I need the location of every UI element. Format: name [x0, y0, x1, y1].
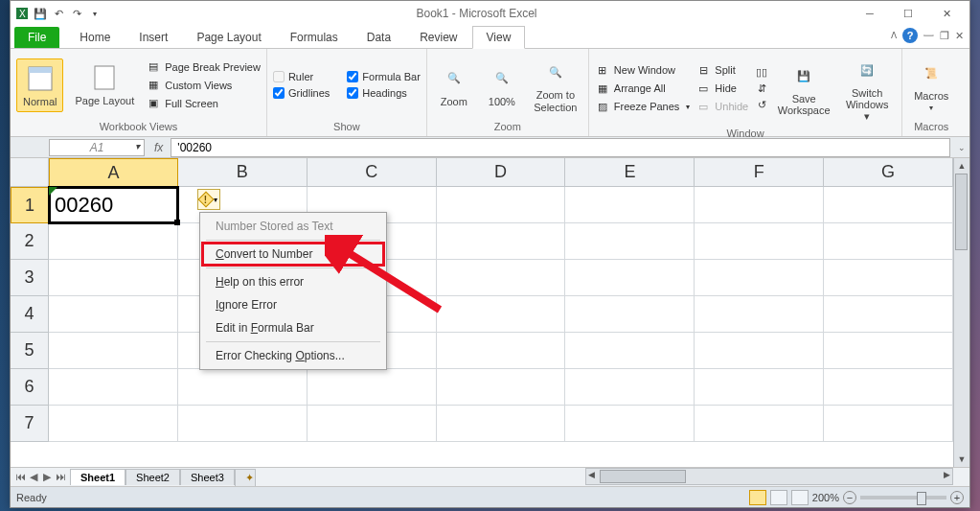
zoom-button[interactable]: 🔍Zoom: [433, 59, 475, 111]
cell[interactable]: [308, 406, 437, 442]
page-break-preview-button[interactable]: ▤Page Break Preview: [146, 59, 261, 75]
cell[interactable]: [437, 223, 566, 260]
sheet-tab-2[interactable]: Sheet2: [125, 469, 180, 485]
col-header-c[interactable]: C: [308, 158, 437, 187]
sheet-nav-last-icon[interactable]: ⏭: [55, 471, 66, 483]
scroll-thumb[interactable]: [955, 174, 968, 250]
cell[interactable]: [565, 369, 695, 406]
doc-minimize-icon[interactable]: ㇐: [923, 29, 934, 43]
freeze-panes-button[interactable]: ▨Freeze Panes▾: [595, 99, 690, 114]
cell[interactable]: [49, 260, 178, 296]
formula-bar-checkbox[interactable]: Formula Bar: [347, 70, 421, 83]
cell[interactable]: [49, 369, 178, 406]
error-smart-tag-button[interactable]: ! ▾: [197, 189, 220, 210]
cell-g1[interactable]: [824, 187, 953, 223]
cell[interactable]: [695, 296, 824, 333]
macros-button[interactable]: 📜Macros▾: [908, 54, 954, 116]
minimize-button[interactable]: ─: [851, 3, 889, 24]
cell[interactable]: [565, 260, 695, 296]
tab-view[interactable]: View: [472, 26, 526, 49]
menu-item-options[interactable]: Error Checking Options...: [202, 344, 384, 367]
tab-home[interactable]: Home: [65, 26, 125, 48]
cell-a1[interactable]: 00260: [49, 187, 178, 223]
col-header-e[interactable]: E: [565, 158, 695, 187]
scroll-down-icon[interactable]: ▼: [954, 452, 969, 467]
save-workspace-button[interactable]: 💾SaveWorkspace: [775, 57, 832, 120]
zoom-100-button[interactable]: 🔍100%: [481, 59, 523, 111]
cell[interactable]: [565, 296, 695, 333]
page-layout-toggle[interactable]: [770, 490, 787, 505]
zoom-level[interactable]: 200%: [812, 492, 839, 503]
reset-position-button[interactable]: ↺: [754, 97, 769, 112]
horizontal-scrollbar[interactable]: ◀ ▶: [585, 468, 953, 485]
ruler-checkbox[interactable]: Ruler: [273, 70, 330, 83]
maximize-button[interactable]: ☐: [889, 3, 927, 24]
cell[interactable]: [824, 406, 953, 442]
cell[interactable]: [49, 296, 178, 333]
cell-d1[interactable]: [437, 187, 566, 223]
tab-data[interactable]: Data: [353, 26, 405, 48]
cell-e1[interactable]: [565, 187, 695, 223]
normal-view-button[interactable]: Normal: [16, 58, 63, 112]
cell[interactable]: [695, 260, 824, 296]
custom-views-button[interactable]: ▦Custom Views: [146, 78, 261, 93]
page-break-toggle[interactable]: [791, 490, 809, 505]
tab-formulas[interactable]: Formulas: [276, 26, 353, 48]
sheet-tab-3[interactable]: Sheet3: [180, 469, 235, 485]
cell[interactable]: [824, 223, 953, 260]
undo-icon[interactable]: ↶: [51, 6, 66, 21]
cell[interactable]: [565, 223, 695, 260]
cell[interactable]: [437, 296, 566, 333]
headings-checkbox[interactable]: Headings: [347, 86, 421, 100]
row-header-1[interactable]: 1: [11, 187, 49, 223]
zoom-selection-button[interactable]: 🔍Zoom to Selection: [529, 53, 582, 116]
cell[interactable]: [308, 369, 437, 406]
zoom-out-button[interactable]: −: [843, 491, 856, 504]
name-box[interactable]: A1: [49, 139, 145, 156]
row-header-6[interactable]: 6: [11, 369, 49, 406]
view-side-by-side-button[interactable]: ▯▯: [754, 64, 769, 80]
cell[interactable]: [437, 260, 566, 296]
cell[interactable]: [695, 333, 824, 369]
arrange-all-button[interactable]: ▦Arrange All: [595, 81, 690, 96]
col-header-b[interactable]: B: [178, 158, 308, 187]
cell[interactable]: [437, 369, 566, 406]
sheet-nav-first-icon[interactable]: ⏮: [14, 471, 26, 483]
tab-review[interactable]: Review: [405, 26, 471, 48]
cell[interactable]: [824, 296, 953, 333]
row-header-7[interactable]: 7: [11, 406, 49, 442]
cell[interactable]: [49, 333, 178, 369]
row-header-5[interactable]: 5: [11, 333, 49, 369]
tab-page-layout[interactable]: Page Layout: [182, 26, 275, 48]
hide-button[interactable]: ▭Hide: [695, 81, 748, 96]
row-header-3[interactable]: 3: [11, 260, 49, 296]
cell[interactable]: [565, 406, 695, 442]
sheet-nav-next-icon[interactable]: ▶: [41, 471, 53, 483]
sync-scroll-button[interactable]: ⇵: [754, 81, 769, 96]
formula-expand-icon[interactable]: ⌄: [954, 143, 969, 152]
select-all-triangle[interactable]: [11, 158, 49, 187]
split-button[interactable]: ⊟Split: [695, 62, 748, 78]
tab-file[interactable]: File: [14, 27, 59, 48]
cell[interactable]: [824, 369, 953, 406]
switch-windows-button[interactable]: 🔄SwitchWindows ▾: [838, 51, 896, 126]
cell[interactable]: [437, 333, 566, 369]
normal-view-toggle[interactable]: [749, 490, 766, 505]
save-icon[interactable]: 💾: [33, 6, 48, 21]
cell[interactable]: [695, 406, 824, 442]
tab-insert[interactable]: Insert: [125, 26, 182, 48]
col-header-f[interactable]: F: [695, 158, 824, 187]
vertical-scrollbar[interactable]: ▲ ▼: [953, 158, 969, 467]
scroll-thumb[interactable]: [600, 470, 686, 483]
sheet-tab-1[interactable]: Sheet1: [70, 469, 125, 485]
row-header-2[interactable]: 2: [11, 223, 49, 260]
cell[interactable]: [565, 333, 695, 369]
scroll-right-icon[interactable]: ▶: [944, 470, 950, 479]
sheet-nav-prev-icon[interactable]: ◀: [28, 471, 39, 483]
cell[interactable]: [178, 369, 308, 406]
help-icon[interactable]: ?: [902, 28, 918, 43]
row-header-4[interactable]: 4: [11, 296, 49, 333]
doc-restore-icon[interactable]: ❐: [940, 30, 949, 42]
gridlines-checkbox[interactable]: Gridlines: [273, 86, 330, 100]
sheet-nav[interactable]: ⏮ ◀ ▶ ⏭: [11, 471, 70, 483]
